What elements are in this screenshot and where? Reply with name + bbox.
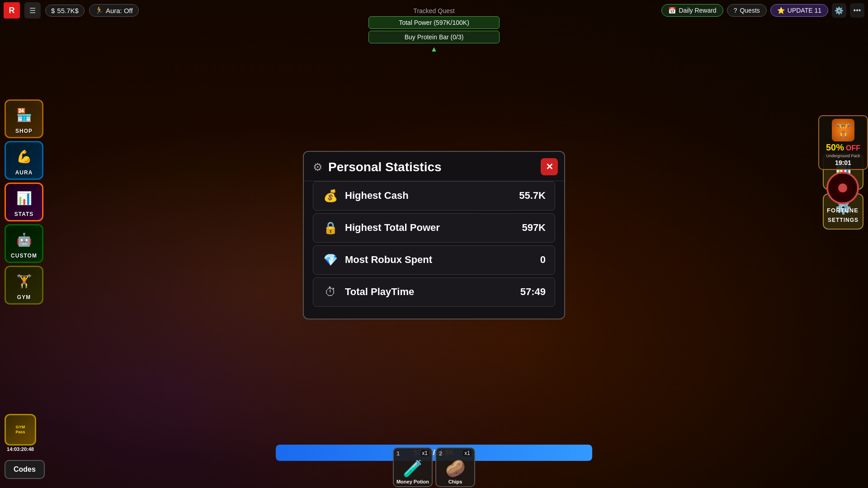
dollar-icon: $ bbox=[51, 7, 55, 14]
stat-icon-1: 🔒 bbox=[322, 221, 339, 235]
quest-bar-2[interactable]: Buy Protein Bar (0/3) bbox=[368, 31, 500, 43]
tracked-quest-label: Tracked Quest bbox=[413, 7, 454, 14]
stat-value-0: 55.7K bbox=[519, 190, 546, 202]
shop-icon: 🏪 bbox=[13, 103, 35, 126]
sidebar-item-aura[interactable]: 💪 AURA bbox=[5, 141, 43, 180]
daily-reward-label: Daily Reward bbox=[679, 7, 716, 14]
update-label: UPDATE 11 bbox=[788, 7, 821, 14]
aura-badge[interactable]: 🏃 Aura: Off bbox=[89, 4, 139, 17]
promo-badge[interactable]: 🏋️ 50% OFF Underground Pack 19:01 bbox=[818, 115, 863, 156]
modal-title: Personal Statistics bbox=[328, 160, 442, 174]
aura-value: Aura: Off bbox=[106, 7, 133, 14]
stat-row-1: 🔒 Highest Total Power 597K bbox=[313, 213, 555, 243]
modal-header: ⚙ Personal Statistics ✕ bbox=[304, 152, 564, 181]
stat-rows: 💰 Highest Cash 55.7K 🔒 Highest Total Pow… bbox=[304, 181, 564, 310]
promo-image: 🏋️ bbox=[832, 119, 854, 141]
quest-chevron-icon[interactable]: ▲ bbox=[430, 45, 438, 53]
topbar-right: 📅 Daily Reward ? Quests ⭐ UPDATE 11 ⚙️ •… bbox=[661, 3, 864, 18]
menu-icon[interactable]: ☰ bbox=[24, 2, 41, 19]
custom-label: CUSTOM bbox=[11, 253, 37, 259]
inv-slot-0[interactable]: 1 x1 🧪 Money Potion bbox=[393, 447, 433, 487]
close-button[interactable]: ✕ bbox=[541, 158, 558, 175]
quests-label: Quests bbox=[740, 7, 760, 14]
quests-btn[interactable]: ? Quests bbox=[727, 4, 767, 17]
stat-value-1: 597K bbox=[522, 222, 546, 234]
codes-button[interactable]: Codes bbox=[5, 460, 45, 479]
star-icon: ⭐ bbox=[777, 7, 785, 14]
aura-icon: 💪 bbox=[13, 145, 35, 168]
stat-icon-2: 💎 bbox=[322, 253, 339, 267]
promo-off: OFF bbox=[846, 144, 860, 152]
quest-bar-1[interactable]: Total Power (597K/100K) bbox=[368, 16, 500, 29]
sidebar-item-custom[interactable]: 🤖 CUSTOM bbox=[5, 224, 43, 263]
sidebar-item-shop[interactable]: 🏪 SHOP bbox=[5, 99, 43, 138]
slot-icon-0: 🧪 bbox=[403, 459, 423, 478]
update-btn[interactable]: ⭐ UPDATE 11 bbox=[770, 4, 828, 17]
aura-icon: 🏃 bbox=[95, 6, 104, 14]
slot-count-1: x1 bbox=[463, 450, 472, 456]
gym-pass-label: GYMPass bbox=[15, 425, 25, 435]
stats-icon: 📊 bbox=[13, 187, 35, 209]
fortune-circle bbox=[826, 172, 859, 204]
fortune-btn[interactable]: FORTUNE bbox=[826, 172, 859, 214]
promo-percent: 50% bbox=[826, 142, 844, 153]
slot-label-1: Chips bbox=[448, 479, 462, 484]
gym-pass-time: 14:03:20:48 bbox=[7, 446, 34, 452]
slot-num-1: 2 bbox=[439, 450, 442, 457]
more-icon-top[interactable]: ••• bbox=[850, 3, 864, 18]
left-sidebar: 🏪 SHOP 💪 AURA 📊 STATS 🤖 CUSTOM 🏋️ GYM bbox=[5, 99, 43, 305]
fortune-label: FORTUNE bbox=[827, 207, 859, 214]
fortune-inner bbox=[838, 183, 847, 192]
stat-row-0: 💰 Highest Cash 55.7K bbox=[313, 181, 555, 211]
stat-value-2: 0 bbox=[540, 254, 546, 266]
stat-icon-3: ⏱ bbox=[322, 285, 339, 299]
stat-icon-0: 💰 bbox=[322, 189, 339, 203]
cash-badge: $ 55.7K$ bbox=[45, 5, 85, 17]
stat-label-3: Total PlayTime bbox=[345, 286, 514, 298]
gym-pass-icon: GYMPass bbox=[5, 414, 36, 446]
stat-label-2: Most Robux Spent bbox=[345, 254, 534, 266]
slot-icon-1: 🥔 bbox=[445, 459, 466, 478]
inventory: 1 x1 🧪 Money Potion 2 x1 🥔 Chips bbox=[393, 447, 475, 487]
daily-reward-btn[interactable]: 📅 Daily Reward bbox=[661, 4, 723, 17]
gym-label: GYM bbox=[17, 294, 31, 300]
personal-statistics-modal: ⚙ Personal Statistics ✕ 💰 Highest Cash 5… bbox=[303, 151, 565, 319]
roblox-logo[interactable]: R bbox=[4, 2, 20, 19]
promo-timer: 19:01 bbox=[835, 159, 851, 166]
shop-label: SHOP bbox=[15, 128, 33, 134]
gym-icon: 🏋️ bbox=[13, 270, 35, 292]
question-icon: ? bbox=[734, 7, 737, 14]
slot-label-0: Money Potion bbox=[396, 479, 429, 484]
cash-value: 55.7K$ bbox=[57, 7, 79, 14]
aura-label: AURA bbox=[15, 169, 33, 176]
promo-name: Underground Pack bbox=[826, 154, 860, 158]
calendar-icon: 📅 bbox=[668, 7, 676, 14]
stat-label-1: Highest Total Power bbox=[345, 222, 515, 234]
stat-row-3: ⏱ Total PlayTime 57:49 bbox=[313, 277, 555, 307]
stat-label-0: Highest Cash bbox=[345, 190, 513, 202]
topbar-left: R ☰ $ 55.7K$ 🏃 Aura: Off bbox=[4, 2, 139, 19]
stat-row-2: 💎 Most Robux Spent 0 bbox=[313, 245, 555, 275]
settings-right-label: SETTINGS bbox=[828, 217, 859, 223]
custom-icon: 🤖 bbox=[13, 228, 35, 251]
inv-slot-1[interactable]: 2 x1 🥔 Chips bbox=[435, 447, 475, 487]
gym-pass[interactable]: GYMPass 14:03:20:48 bbox=[5, 414, 36, 452]
sidebar-item-gym[interactable]: 🏋️ GYM bbox=[5, 266, 43, 305]
tracked-quest: Tracked Quest Total Power (597K/100K) Bu… bbox=[366, 7, 502, 53]
sidebar-item-stats[interactable]: 📊 STATS bbox=[5, 183, 43, 221]
modal-title-icon: ⚙ bbox=[313, 161, 323, 174]
settings-icon-top[interactable]: ⚙️ bbox=[832, 3, 846, 18]
slot-num-0: 1 bbox=[396, 450, 400, 457]
slot-count-0: x1 bbox=[420, 450, 429, 456]
stat-value-3: 57:49 bbox=[520, 286, 546, 298]
stats-label: STATS bbox=[14, 211, 34, 217]
